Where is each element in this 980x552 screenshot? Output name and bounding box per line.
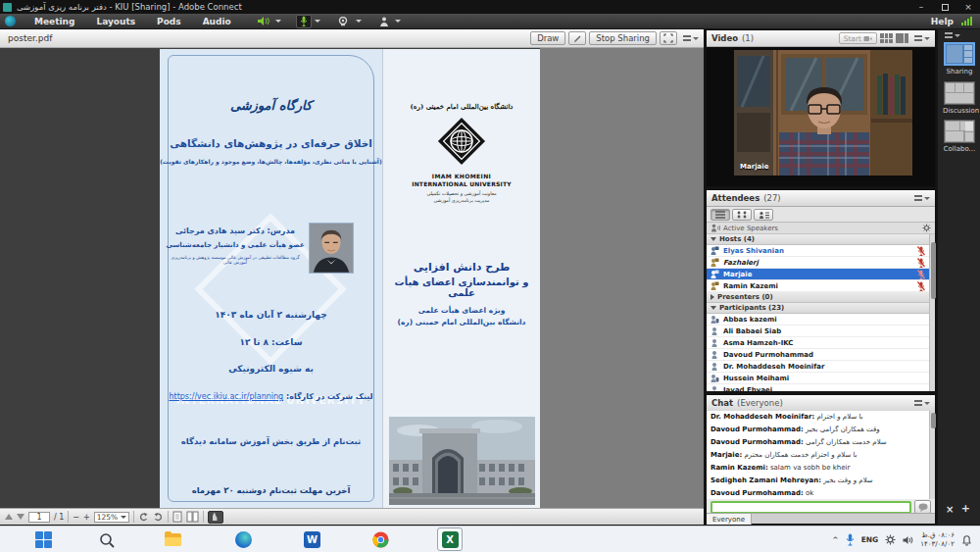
attendees-pod: Attendees (27) Active Speakers Hosts (4) bbox=[706, 189, 936, 392]
speaker-button[interactable] bbox=[254, 15, 272, 28]
next-page-button[interactable] bbox=[17, 514, 24, 520]
participant-avatar-icon bbox=[710, 326, 719, 335]
menu-audio[interactable]: Audio bbox=[192, 17, 242, 26]
chat-scope: (Everyone) bbox=[737, 398, 783, 408]
tray-gear-icon[interactable] bbox=[885, 534, 896, 545]
fullscreen-button[interactable] bbox=[660, 31, 677, 45]
attendee-row[interactable]: Elyas Shivanian bbox=[707, 245, 929, 257]
attendee-row[interactable]: Fazhalerj bbox=[707, 257, 929, 269]
attendee-row[interactable]: Abbas kazemi bbox=[707, 314, 929, 326]
close-layout-button[interactable]: × bbox=[946, 504, 954, 515]
previous-page-button[interactable] bbox=[5, 514, 13, 520]
tray-mic-icon[interactable] bbox=[846, 533, 855, 546]
send-message-button[interactable] bbox=[914, 500, 931, 514]
list-view-button[interactable] bbox=[710, 209, 730, 221]
attendee-row[interactable]: Ramin Kazemi bbox=[707, 280, 929, 292]
tray-speaker-icon[interactable] bbox=[903, 535, 913, 545]
video-count: (1) bbox=[742, 33, 754, 43]
rotate-left-button[interactable] bbox=[138, 512, 149, 523]
page-number-input[interactable]: 1 bbox=[28, 512, 50, 523]
filmstrip-view-button[interactable] bbox=[880, 33, 893, 43]
add-layout-button[interactable]: + bbox=[961, 502, 970, 515]
attendee-name: Ramin Kazemi bbox=[723, 282, 913, 290]
speaker-icon bbox=[257, 16, 270, 26]
language-indicator[interactable]: ENG bbox=[861, 535, 879, 544]
attendee-row[interactable]: Dr. Mohaddeseh Moeinifar bbox=[707, 361, 929, 373]
layout-discussion[interactable]: Discussion bbox=[943, 81, 976, 115]
chrome-button[interactable] bbox=[370, 529, 391, 550]
draw-button[interactable]: Draw bbox=[530, 31, 565, 45]
close-button[interactable]: × bbox=[956, 0, 980, 14]
attendees-list: Hosts (4) Elyas Shivanian Fazhalerj Marj… bbox=[707, 234, 929, 391]
zoom-in-button[interactable]: + bbox=[83, 513, 90, 522]
tray-overflow-chevron[interactable]: ^ bbox=[832, 535, 838, 544]
pan-tool-button[interactable] bbox=[208, 511, 223, 524]
menu-meeting[interactable]: Meeting bbox=[24, 17, 85, 26]
speaker-menu-caret[interactable] bbox=[275, 20, 281, 23]
status-button[interactable] bbox=[376, 15, 392, 28]
grid-view-button[interactable] bbox=[896, 33, 908, 43]
attendees-scrollbar[interactable] bbox=[929, 234, 935, 391]
hosts-group-header[interactable]: Hosts (4) bbox=[707, 234, 929, 245]
attendees-pod-menu-button[interactable] bbox=[914, 195, 930, 201]
layout-collaboration[interactable]: Collabo... bbox=[943, 120, 976, 153]
scrollbar-thumb[interactable] bbox=[931, 413, 936, 428]
minimize-button[interactable]: – bbox=[909, 0, 933, 14]
stop-sharing-button[interactable]: Stop Sharing bbox=[589, 31, 657, 45]
attendee-row[interactable]: Davoud Purmohammad bbox=[707, 349, 929, 361]
layout-sharing[interactable]: Sharing bbox=[943, 42, 976, 75]
scrollbar-thumb[interactable] bbox=[931, 242, 936, 299]
zoom-out-button[interactable]: − bbox=[73, 513, 79, 522]
chevron-down-icon bbox=[924, 197, 930, 200]
share-pod-menu-button[interactable] bbox=[683, 35, 699, 41]
status-view-icon bbox=[759, 211, 769, 219]
layout-rail: Sharing Discussion Collabo... × + bbox=[938, 29, 980, 525]
attendee-row[interactable]: Javad Ehyaei bbox=[707, 384, 929, 391]
menu-pods[interactable]: Pods bbox=[146, 17, 192, 26]
start-button[interactable] bbox=[33, 529, 54, 550]
clock[interactable]: ۰۸:۰۶ ق.ظ ۱۴۰۳/۰۸/۰۲ bbox=[920, 531, 955, 548]
taskbar-search-button[interactable] bbox=[96, 529, 117, 550]
excel-button-active[interactable]: X bbox=[437, 527, 463, 551]
breakout-view-button[interactable] bbox=[732, 209, 752, 221]
two-page-view-button[interactable] bbox=[186, 511, 199, 523]
status-view-button[interactable] bbox=[754, 209, 773, 221]
webcam-button[interactable] bbox=[335, 15, 353, 28]
audience-line-1: ویژه اعضای هیأت علمی bbox=[383, 306, 540, 315]
chat-tab-everyone[interactable]: Everyone bbox=[707, 514, 752, 525]
zoom-level-select[interactable]: 125% bbox=[94, 512, 129, 523]
file-explorer-button[interactable] bbox=[163, 529, 183, 550]
poster-registration: ثبت‌نام از طریق بخش آموزش سامانه دیدگاه bbox=[160, 436, 382, 446]
rotate-right-button[interactable] bbox=[153, 512, 164, 523]
microphone-menu-caret[interactable] bbox=[315, 20, 320, 23]
zoom-level-value: 125% bbox=[97, 513, 118, 522]
participants-group-header[interactable]: Participants (23) bbox=[707, 303, 929, 314]
menu-layouts[interactable]: Layouts bbox=[85, 17, 146, 26]
attendee-row[interactable]: Ali Babaei Siab bbox=[707, 326, 929, 337]
attendee-row-selected[interactable]: Marjaie bbox=[707, 269, 929, 280]
video-pod-menu-button[interactable] bbox=[914, 35, 930, 41]
notification-bell-icon[interactable] bbox=[961, 534, 972, 546]
chat-scrollbar[interactable] bbox=[929, 411, 935, 499]
single-page-view-button[interactable] bbox=[172, 511, 182, 523]
chat-pod-menu-button[interactable] bbox=[914, 400, 930, 406]
connection-signal-icon[interactable] bbox=[961, 17, 972, 25]
word-icon: W bbox=[304, 531, 320, 548]
attendee-row[interactable]: Asma Hamzeh-IKC bbox=[707, 337, 929, 349]
gear-icon[interactable] bbox=[922, 224, 931, 232]
attendee-row[interactable]: Hussein Meihami bbox=[707, 373, 929, 384]
edge-button[interactable] bbox=[233, 529, 254, 550]
rail-menu-button[interactable] bbox=[945, 32, 960, 38]
word-button[interactable]: W bbox=[302, 529, 322, 550]
status-menu-caret[interactable] bbox=[395, 20, 401, 23]
start-webcam-button[interactable]: Start bbox=[839, 32, 877, 44]
menu-help[interactable]: Help bbox=[923, 17, 961, 26]
workshop-link[interactable]: https://vec.ikiu.ac.ir/planning bbox=[169, 392, 283, 401]
maximize-button[interactable] bbox=[933, 0, 956, 14]
microphone-button[interactable] bbox=[296, 15, 312, 28]
poster-subtitle: (آشنایی با مبانی نظری، مؤلفه‌ها، چالش‌ها… bbox=[160, 158, 382, 165]
presenters-group-header[interactable]: Presenters (0) bbox=[707, 292, 929, 303]
webcam-menu-caret[interactable] bbox=[356, 20, 362, 23]
pointer-button[interactable] bbox=[568, 31, 586, 45]
chat-input[interactable] bbox=[710, 501, 911, 514]
